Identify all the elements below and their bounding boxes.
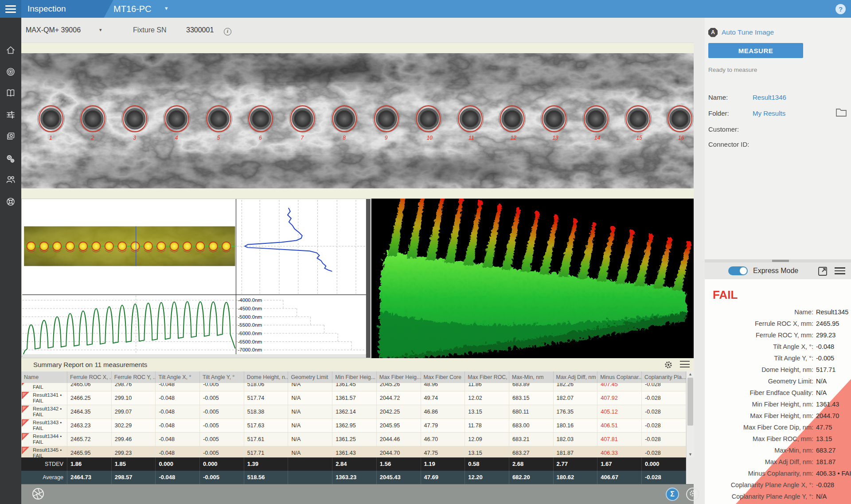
table-row[interactable]: Result1341 •FAIL2466.25299.10-0.048-0.00… [21,391,686,405]
svg-text:-6500.0nm: -6500.0nm [238,339,262,344]
result-field-label: Geometry Limit: [705,375,813,387]
column-header[interactable]: Dome Height, n.. [244,371,289,383]
svg-text:12: 12 [511,135,517,141]
column-header[interactable]: Max Fiber Core [421,371,465,383]
result-field-row: Max Adj Diff, nm:181.87 [705,456,847,468]
sigma-summary-icon[interactable]: Σ [666,488,679,501]
table-cell: 182.26 [554,383,598,391]
column-header[interactable]: Max Fiber Heig... [377,371,421,383]
device-chevron-icon[interactable]: ▾ [99,18,102,43]
stat-cell: 1.67 [597,457,642,471]
main-menu-button[interactable] [0,0,21,18]
table-cell: N/A [288,391,332,405]
table-row[interactable]: Result1342 •FAIL2464.35299.07-0.048-0.00… [21,405,686,419]
result-name-link[interactable]: Result1346 [753,94,786,101]
panel-splitter[interactable] [366,199,371,358]
result-field-label: Max Fiber Core Dip, nm: [705,422,813,433]
profile-analysis-panel[interactable]: -4000.0nm-4500.0nm-5000.0nm-5500.0nm-600… [21,199,371,358]
services-gears-icon[interactable] [6,154,16,164]
column-header[interactable]: Max Adj Diff, nm [554,371,598,383]
tune-sliders-icon[interactable] [6,110,16,120]
scroll-thumb[interactable] [687,378,693,426]
result-field-label: Tilt Angle Y, °: [705,352,813,364]
table-body[interactable]: Result1340 •FAIL2465.06298.76-0.048-0.00… [21,383,686,457]
divider-handle[interactable] [772,260,789,262]
table-row[interactable]: Result1345 •FAIL2465.95299.23-0.048-0.00… [21,446,686,457]
table-settings-gear-icon[interactable] [664,360,673,371]
stat-cell: 0.000 [156,457,200,471]
info-icon[interactable]: i [224,28,231,35]
table-scrollbar[interactable]: ▲ ▼ [686,371,694,457]
average-row: Average2464.73298.57-0.048-0.005518.5613… [21,471,686,484]
device-selector[interactable]: MAX-QM+ 39006 [26,18,81,43]
table-cell: 683.89 [509,383,554,391]
aperture-icon[interactable] [32,488,44,502]
column-header[interactable]: Name [21,371,67,383]
column-header[interactable]: Ferrule ROC X, .. [67,371,112,383]
library-icon[interactable] [6,88,16,98]
scroll-down-icon[interactable]: ▼ [687,452,694,457]
table-cell: 683.21 [509,433,554,446]
table-cell: 1362.14 [332,405,377,418]
result-field-value: 1361.43 [816,399,839,410]
table-cell: -0.048 [156,391,200,405]
compass-icon[interactable] [6,197,16,207]
column-header[interactable]: Max Fiber ROC, [465,371,509,383]
column-header[interactable]: Min Fiber Heig... [332,371,377,383]
stat-cell: 406.67 [597,471,642,484]
result-field-value: 181.87 [816,456,835,468]
auto-tune-link[interactable]: A Auto Tune Image [708,27,774,38]
table-menu-icon[interactable] [680,361,690,369]
table-cell: 517.74 [244,391,289,405]
result-field-label: Max Fiber Height, nm: [705,410,813,422]
endface-camera-image[interactable]: 12345678910111213141516 [21,53,694,188]
stat-cell: 518.56 [244,471,289,484]
fail-flag-icon [22,433,29,441]
table-cell: 1361.45 [332,383,377,391]
stat-cell: 0.000 [200,457,244,471]
result-field-row: Coplanarity Plane Angle X, °:-0.028 [705,479,847,491]
column-header[interactable]: Coplanarity Pla... [642,371,686,383]
stat-cell: 2045.43 [377,471,421,484]
folder-link[interactable]: My Results [753,109,785,117]
table-cell: -0.028 [642,433,686,446]
result-field-label: Minus Coplanarity, nm: [705,468,813,479]
surface-3d-view[interactable] [371,199,694,358]
home-icon[interactable] [6,45,16,55]
column-header[interactable]: Ferrule ROC Y, .. [112,371,156,383]
result-field-row: Max Fiber Core Dip, nm:47.75 [705,422,847,433]
express-mode-toggle[interactable] [728,266,748,275]
column-header[interactable]: Minus Coplanar... [597,371,642,383]
table-cell: 182.07 [554,391,598,405]
scroll-up-icon[interactable]: ▲ [687,371,694,377]
table-cell: 2465.95 [67,446,112,457]
stat-cell: 682.20 [509,471,554,484]
measure-button[interactable]: MEASURE [708,43,803,58]
connector-tab[interactable]: MT16-PC [113,0,152,18]
target-icon[interactable] [6,67,16,77]
table-cell: -0.005 [200,405,244,418]
result-field-value: Result1345 [816,306,848,318]
result-field-row: Minus Coplanarity, nm:406.33 • FAIL [705,468,847,479]
column-header[interactable]: Tilt Angle X, ° [156,371,200,383]
result-field-label: Ferrule ROC X, mm: [705,318,813,329]
table-cell: 517.61 [244,433,289,446]
chevron-down-icon[interactable]: ▾ [165,0,168,18]
table-row[interactable]: Result1344 •FAIL2465.72299.46-0.048-0.00… [21,433,686,446]
results-menu-icon[interactable] [835,267,845,274]
image-settings-icon[interactable] [6,131,16,141]
help-icon[interactable]: ? [835,4,846,14]
column-header[interactable]: Max-Min, nm [509,371,554,383]
open-in-new-window-icon[interactable] [818,266,828,278]
users-icon[interactable] [6,175,16,184]
table-cell: 2465.06 [67,383,112,391]
table-row[interactable]: Result1343 •FAIL2463.23302.29-0.048-0.00… [21,419,686,433]
statusbar-gear-icon[interactable] [686,488,699,501]
table-row[interactable]: Result1340 •FAIL2465.06298.76-0.048-0.00… [21,383,686,391]
row-name: Result1345 • [33,447,67,453]
result-field-row: Coplanarity Plane Angle Y, °:N/A [705,491,847,502]
table-cell: 683.15 [509,391,554,405]
column-header[interactable]: Geometry Limit [288,371,332,383]
column-header[interactable]: Tilt Angle Y, ° [200,371,244,383]
folder-icon[interactable] [836,108,847,118]
